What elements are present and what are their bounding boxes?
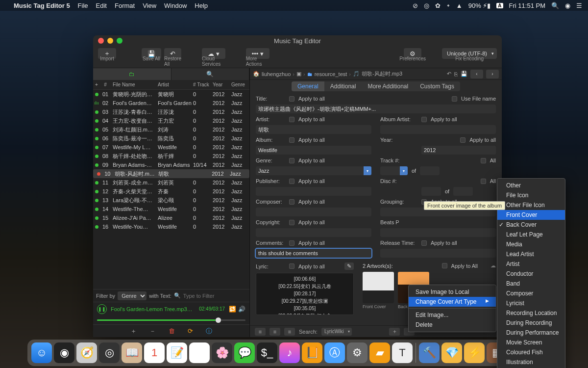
clock[interactable]: Fri 11:51 PM [509,2,545,9]
menu-edit[interactable]: Edit [96,2,107,9]
disc-all-checkbox[interactable] [481,179,486,184]
info-button[interactable]: ⓘ [206,327,212,336]
align-right-button[interactable]: ≡ [284,328,295,336]
folder-tab[interactable]: 🗀 [93,68,172,80]
align-left-button[interactable]: ≡ [255,328,266,336]
cover-type-option[interactable]: Illustration [497,357,565,367]
remove-button[interactable]: － [149,327,156,336]
table-row[interactable]: 01黄晓明-光阴的…黄晓明02012Jazz [93,90,249,99]
crumb-2[interactable]: resource_test [315,71,347,77]
ctx-save-image[interactable]: Save Image to Local [409,287,496,297]
cover-type-option[interactable]: Composer [497,289,565,298]
col-genre[interactable]: Genre [231,82,249,87]
cover-type-option[interactable]: File Icon [497,190,565,200]
app-menu[interactable]: Music Tag Editor 5 [14,2,70,9]
copyright-apply-checkbox[interactable] [289,220,294,225]
delete-button[interactable]: 🗑 [169,327,175,335]
col-track[interactable]: # Track [193,82,213,87]
dock-sketch[interactable]: 💎 [441,342,462,363]
publisher-input[interactable] [256,187,371,196]
bluetooth-icon[interactable]: ᛭ [446,2,450,9]
dock-finder[interactable]: ☺ [31,342,52,363]
aartist-apply-checkbox[interactable] [421,117,427,122]
cover-type-option[interactable]: Back Cover✓ [497,220,565,230]
dock-reminders[interactable]: ☑ [189,342,210,363]
cover-type-option[interactable]: Leaf Let Page [497,230,565,239]
dock-settings[interactable]: ⚙ [347,342,368,363]
track-all-checkbox[interactable] [481,158,486,163]
ctx-change-cover-type[interactable]: Change Cover Art Type [409,297,496,307]
dock-terminal[interactable]: $_ [257,342,277,363]
col-num[interactable]: # [100,82,111,87]
ctx-edit-image[interactable]: Edit Image... [409,310,496,320]
notification-center-icon[interactable]: ☰ [576,2,582,9]
dock-safari[interactable]: 🧭 [76,342,97,363]
input-source[interactable]: A [496,3,503,8]
table-row[interactable]: 14Westlife-The…Westlife02012Jazz [93,205,249,213]
album-input[interactable]: Westlife [256,146,371,155]
title-apply-checkbox[interactable] [289,96,294,102]
cover-type-option[interactable]: Coloured Fish [497,347,565,357]
volume-icon[interactable]: 🔊 [238,306,245,313]
status-icon[interactable]: ◎ [424,2,429,9]
search-source-select[interactable]: LyricWiki [321,328,352,336]
cover-type-option[interactable]: Other [497,181,565,190]
copyright-input[interactable] [256,228,371,237]
table-row[interactable]: 04王力宏-改变自…王力宏02012Jazz [93,116,249,125]
menu-window[interactable]: Window [164,2,187,9]
table-row[interactable]: 13Lara梁心颐-不…梁心颐02012Jazz [93,196,249,205]
table-row[interactable]: 03汪苏泷-青春白…汪苏泷02012Jazz [93,107,249,116]
repeat-icon[interactable]: 🔁 [229,306,236,313]
artwork-apply-checkbox[interactable] [442,263,447,268]
lyric-apply-checkbox[interactable] [289,263,294,269]
table-row[interactable]: 12齐秦-火柴天堂…齐秦02012Jazz [93,187,249,196]
progress-slider[interactable] [93,315,249,324]
dock-xcode[interactable]: 🔨 [419,342,440,363]
cover-type-option[interactable]: Band [497,279,565,289]
table-row[interactable]: 11刘若英-成全.m…刘若英02012Jazz [93,178,249,187]
tab-additional[interactable]: Additional [324,81,362,91]
col-filename[interactable]: File Name [111,82,157,87]
siri-icon[interactable]: ◉ [565,2,570,9]
comments-apply-checkbox[interactable] [289,240,294,246]
artist-apply-checkbox[interactable] [289,117,294,122]
menu-file[interactable]: File [78,2,88,9]
dock-app[interactable]: ◎ [99,342,120,363]
crumb-3[interactable]: 胡歌-风起时.mp3 [362,70,402,78]
genre-select[interactable]: Jazz▾ [256,166,371,175]
cover-type-option[interactable]: Other File Icon [497,200,565,210]
cover-type-option[interactable]: Recording Location [497,308,565,318]
genre-apply-checkbox[interactable] [289,158,294,163]
dock-text[interactable]: T [392,342,413,363]
table-row[interactable]: 16Westlife-You…Westlife02012Jazz [93,222,249,231]
composer-apply-checkbox[interactable] [289,199,294,205]
play-pause-button[interactable]: ❚❚ [97,304,107,314]
save-button[interactable]: 💾 [461,71,467,77]
title-input[interactable]: 琅琊榜主题曲《风起时》-胡歌演唱+定稿MMM+... [256,105,496,113]
cover-type-option[interactable]: Front Cover [497,210,565,220]
status-icon[interactable]: ✿ [435,2,441,9]
cover-type-option[interactable]: Media [497,239,565,249]
cover-type-option[interactable]: During Recording [497,318,565,328]
artwork-front-cover[interactable] [363,272,394,303]
dock-appstore[interactable]: Ⓐ [324,342,345,363]
table-row[interactable]: 10胡歌-风起时.m…胡歌2012Jazz [93,169,249,178]
use-filename-checkbox[interactable] [452,96,457,102]
col-artist[interactable]: Artist [157,82,193,87]
filter-select[interactable]: Genre [118,291,147,300]
table-row[interactable]: 08杨千嬅-处处吻…杨千嬅02012Jazz [93,152,249,160]
search-tab[interactable]: 🔍 [172,68,250,80]
ctx-delete[interactable]: Delete [409,320,496,330]
year-apply-checkbox[interactable] [460,137,466,143]
prev-button[interactable]: ‹ [470,70,483,79]
menu-help[interactable]: Help [195,2,208,9]
cover-type-option[interactable]: Conductor [497,269,565,279]
track-total-input[interactable] [420,166,440,175]
table-row[interactable]: 09Bryan Adams-…Bryan Adams10/142012Jazz [93,160,249,169]
lyric-box[interactable]: [00:06.66][00:22.55]变幻 风云几卷[00:28.17][00… [256,273,354,315]
dock-books[interactable]: 📙 [302,342,322,363]
menu-view[interactable]: View [143,2,156,9]
table-row[interactable]: 07Westlife-My L…Westlife02012Jazz [93,143,249,152]
cover-type-option[interactable]: Movie Screen [497,338,565,347]
dock-sublime[interactable]: ▰ [369,342,390,363]
